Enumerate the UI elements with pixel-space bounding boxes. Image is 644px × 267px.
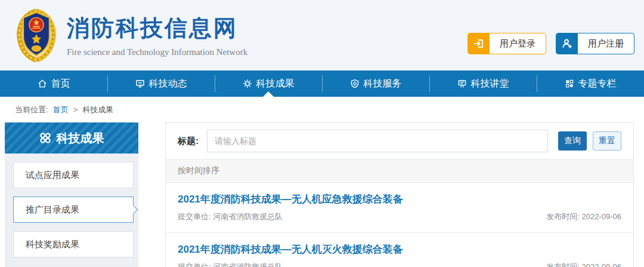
title-search-input[interactable] bbox=[207, 130, 548, 152]
sidebar-item-label: 科技奖励成果 bbox=[26, 239, 79, 250]
header-actions: 用户登录 用户注册 bbox=[467, 33, 634, 54]
nav-label: 专题专栏 bbox=[578, 78, 617, 90]
breadcrumb-separator: > bbox=[73, 105, 78, 114]
site-subtitle: Fire science and Technology Information … bbox=[67, 47, 247, 57]
result-meta: 提交单位: 河南省消防救援总队 发布时间: 2022-09-06 bbox=[178, 211, 621, 222]
result-item: 2021年度消防科技成果—无人机灭火救援综合装备 提交单位: 河南省消防救援总队… bbox=[166, 232, 633, 267]
submitter-value: 河南省消防救援总队 bbox=[213, 262, 283, 267]
sidebar-header: 科技成果 bbox=[5, 122, 138, 154]
shield-badge-icon bbox=[350, 79, 360, 88]
main-nav: 首页 科技动态 科技成果 科技服务 科技讲堂 bbox=[0, 70, 644, 97]
gear-icon bbox=[243, 79, 252, 88]
user-login-button[interactable]: 用户登录 bbox=[467, 33, 546, 54]
publish-date-value: 2022-09-06 bbox=[582, 212, 622, 221]
breadcrumb: 当前位置: 首页 > 科技成果 bbox=[0, 97, 644, 122]
result-meta: 提交单位: 河南省消防救援总队 发布时间: 2022-09-06 bbox=[178, 262, 621, 267]
submitter-value: 河南省消防救援总队 bbox=[213, 212, 283, 221]
reset-button[interactable]: 重置 bbox=[593, 131, 621, 151]
nav-item-tech-services[interactable]: 科技服务 bbox=[322, 70, 429, 97]
main-panel: 标题: 查询 重置 按时间排序 2021年度消防科技成果—无人机应急救援综合装备… bbox=[165, 122, 634, 267]
nav-label: 首页 bbox=[51, 78, 70, 90]
result-title-link[interactable]: 2021年度消防科技成果—无人机灭火救援综合装备 bbox=[178, 243, 621, 256]
nav-label: 科技服务 bbox=[364, 78, 402, 90]
grid-icon bbox=[565, 79, 574, 88]
nav-item-tech-achievements[interactable]: 科技成果 bbox=[215, 70, 322, 97]
result-submitter: 提交单位: 河南省消防救援总队 bbox=[178, 262, 283, 267]
login-icon bbox=[468, 33, 490, 54]
title-field-label: 标题: bbox=[178, 136, 199, 147]
home-icon bbox=[38, 79, 47, 88]
breadcrumb-current: 科技成果 bbox=[82, 105, 113, 115]
query-button[interactable]: 查询 bbox=[558, 131, 587, 151]
nav-item-tech-news[interactable]: 科技动态 bbox=[107, 70, 215, 97]
sidebar-item-pilot-application[interactable]: 试点应用成果 bbox=[13, 162, 134, 188]
search-bar: 标题: 查询 重置 bbox=[166, 123, 633, 159]
result-publish-date: 发布时间: 2022-09-06 bbox=[546, 262, 621, 267]
register-label: 用户注册 bbox=[578, 33, 634, 54]
nav-item-home[interactable]: 首页 bbox=[0, 70, 107, 97]
four-circles-icon bbox=[39, 132, 51, 144]
submitter-label: 提交单位: bbox=[178, 262, 211, 267]
submitter-label: 提交单位: bbox=[178, 212, 211, 221]
nav-label: 科技动态 bbox=[149, 78, 187, 90]
sidebar-title: 科技成果 bbox=[57, 130, 104, 146]
breadcrumb-home-link[interactable]: 首页 bbox=[53, 105, 69, 115]
nav-label: 科技成果 bbox=[256, 78, 295, 90]
content-area: 科技成果 试点应用成果 推广目录成果 科技奖励成果 标题: 查询 重置 按时间排… bbox=[0, 122, 644, 267]
result-title-link[interactable]: 2021年度消防科技成果—无人机应急救援综合装备 bbox=[178, 192, 621, 206]
publish-label: 发布时间: bbox=[546, 212, 580, 221]
result-submitter: 提交单位: 河南省消防救援总队 bbox=[178, 211, 283, 222]
register-icon bbox=[556, 33, 578, 54]
breadcrumb-prefix: 当前位置: bbox=[15, 105, 48, 115]
sidebar-item-promotion-catalog[interactable]: 推广目录成果 bbox=[13, 197, 134, 223]
nav-item-special-columns[interactable]: 专题专栏 bbox=[537, 70, 644, 97]
user-register-button[interactable]: 用户注册 bbox=[556, 33, 634, 54]
sidebar-item-label: 试点应用成果 bbox=[26, 170, 79, 181]
result-item: 2021年度消防科技成果—无人机应急救援综合装备 提交单位: 河南省消防救援总队… bbox=[166, 183, 633, 232]
result-publish-date: 发布时间: 2022-09-06 bbox=[546, 211, 621, 222]
login-label: 用户登录 bbox=[490, 33, 546, 54]
sidebar-item-label: 推广目录成果 bbox=[26, 204, 79, 216]
fire-service-emblem-logo bbox=[14, 7, 58, 64]
sort-bar: 按时间排序 bbox=[166, 159, 633, 183]
sort-label: 按时间排序 bbox=[178, 165, 219, 176]
brand: 消防科技信息网 Fire science and Technology Info… bbox=[67, 13, 247, 57]
lecture-board-icon bbox=[457, 79, 467, 88]
publish-label: 发布时间: bbox=[546, 262, 580, 267]
site-title: 消防科技信息网 bbox=[67, 13, 247, 44]
sidebar-item-tech-awards[interactable]: 科技奖励成果 bbox=[13, 231, 134, 257]
publish-date-value: 2022-09-06 bbox=[582, 262, 622, 267]
monitor-icon bbox=[135, 79, 145, 88]
sidebar: 科技成果 试点应用成果 推广目录成果 科技奖励成果 bbox=[5, 122, 138, 267]
nav-label: 科技讲堂 bbox=[471, 78, 509, 90]
nav-item-tech-lectures[interactable]: 科技讲堂 bbox=[429, 70, 537, 97]
site-header: 消防科技信息网 Fire science and Technology Info… bbox=[0, 0, 644, 70]
